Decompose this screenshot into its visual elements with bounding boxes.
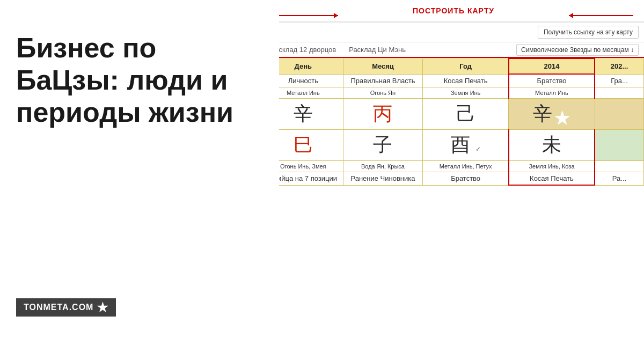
table-row: 巳 子 酉 ✓ 未 [264, 130, 644, 161]
year-stem-char: 己 [456, 102, 475, 124]
year-branch-char: 酉 [451, 134, 470, 156]
cell-year-name: Косая Печать [423, 74, 509, 87]
second-bar: Получить ссылку на эту карту [263, 23, 644, 42]
cell-2014-animal: Земля Инь, Коза [509, 161, 595, 172]
copy-link-button[interactable]: Получить ссылку на эту карту [538, 26, 639, 39]
overlay-panel: Бизнес по БаЦзы: люди и периоды жизни TO… [0, 0, 279, 338]
cell-2014-star: Косая Печать [509, 172, 595, 186]
cell-year-branch: 酉 ✓ [423, 130, 509, 161]
month-stem-char: 丙 [373, 102, 392, 124]
bazi-table: День Месяц Год 2014 202... Личность Прав… [263, 58, 644, 186]
top-bar: ПОСТРОИТЬ КАРТУ [263, 0, 644, 23]
cell-2020-stem [595, 99, 644, 130]
table-row: Убийца на 7 позиции Ранение Чиновника Бр… [264, 172, 644, 186]
day-branch-char: 巳 [294, 134, 313, 156]
cell-month-element: Огонь Ян [343, 87, 423, 99]
cell-year-animal: Металл Инь, Петух [423, 161, 509, 172]
tab-qi-men[interactable]: Расклад Ци Мэнь [347, 42, 408, 57]
header-2014: 2014 [509, 58, 595, 74]
cell-2014-branch: 未 [509, 130, 595, 161]
star-icon-table [554, 111, 570, 127]
cell-month-name: Правильная Власть [343, 74, 423, 87]
cell-2014-element: Металл Инь [509, 87, 595, 99]
cell-year-stem: 己 [423, 99, 509, 130]
cell-2020-element [595, 87, 644, 99]
table-header-row: День Месяц Год 2014 202... [264, 58, 644, 74]
site-name: TONMETA.COM [24, 303, 93, 312]
day-stem-char: 辛 [294, 102, 313, 124]
table-row: 辛 丙 己 辛 [264, 99, 644, 130]
table-row: Металл Инь Огонь Ян Земля Инь Металл Инь [264, 87, 644, 99]
cell-month-branch: 子 [343, 130, 423, 161]
cell-2020-branch [595, 130, 644, 161]
star-icon [97, 302, 108, 313]
cell-year-element: Земля Инь [423, 87, 509, 99]
header-2020: 202... [595, 58, 644, 74]
cell-year-star: Братство [423, 172, 509, 186]
stars-filter-dropdown[interactable]: Символические Звезды по месяцам ↓ [516, 44, 639, 56]
header-month: Месяц [343, 58, 423, 74]
table-row: Личность Правильная Власть Косая Печать … [264, 74, 644, 87]
col2014-branch-char: 未 [542, 134, 561, 156]
cell-2020-name: Гра... [595, 74, 644, 87]
site-badge: TONMETA.COM [16, 298, 116, 317]
cell-2020-star: Ра... [595, 172, 644, 186]
app-panel: ПОСТРОИТЬ КАРТУ Получить ссылку на эту к… [263, 0, 644, 338]
arrow-left-icon [274, 15, 338, 16]
cell-2014-stem: 辛 [509, 99, 595, 130]
arrow-right-icon [569, 15, 633, 16]
table-row: Огонь Инь, Змея Вода Ян, Крыса Металл Ин… [264, 161, 644, 172]
cell-month-animal: Вода Ян, Крыса [343, 161, 423, 172]
tabs-bar: Расклад 12 дворцов Расклад Ци Мэнь Симво… [263, 42, 644, 58]
cell-2020-animal [595, 161, 644, 172]
cell-2014-name: Братство [509, 74, 595, 87]
cell-month-star: Ранение Чиновника [343, 172, 423, 186]
cell-month-stem: 丙 [343, 99, 423, 130]
month-branch-char: 子 [373, 134, 392, 156]
check-mark-icon: ✓ [475, 145, 481, 153]
header-year: Год [423, 58, 509, 74]
col2014-stem-char: 辛 [533, 102, 552, 124]
build-map-button[interactable]: ПОСТРОИТЬ КАРТУ [404, 4, 503, 17]
page-title: Бизнес по БаЦзы: люди и периоды жизни [16, 32, 263, 128]
